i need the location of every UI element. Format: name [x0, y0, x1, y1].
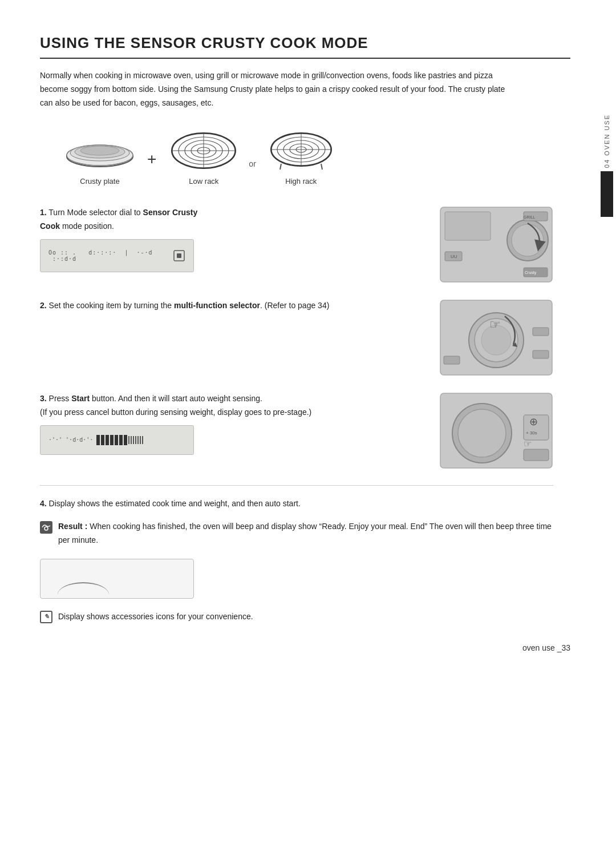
page-title: USING THE SENSOR CRUSTY COOK MODE — [40, 34, 570, 59]
step-2-text: 2. Set the cooking item by turning the m… — [40, 299, 425, 313]
step-3-image: ⊕ + 30s ☞ — [439, 392, 553, 469]
step-4-number: 4. Display shows the estimated cook time… — [40, 499, 301, 508]
result-icon — [40, 521, 52, 534]
svg-text:UU: UU — [451, 254, 457, 259]
svg-text:+ 30s: + 30s — [526, 430, 537, 435]
high-rack-icon — [264, 127, 338, 172]
svg-text:Crusty: Crusty — [525, 271, 537, 275]
steps-section: 1. Turn Mode selector dial to Sensor Cru… — [40, 206, 553, 623]
low-rack-item: Low rack — [167, 127, 241, 185]
divider — [40, 485, 553, 486]
seg-bar-8 — [128, 436, 129, 444]
seg-bars — [96, 435, 143, 445]
svg-line-23 — [321, 164, 322, 170]
seg-bar-11 — [135, 436, 136, 444]
page-container: 04 OVEN USE USING THE SENSOR CRUSTY COOK… — [0, 0, 616, 675]
step-2-image: ☞ — [439, 299, 553, 376]
svg-point-53 — [44, 527, 48, 530]
step-3-number: 3. Press Start button. And then it will … — [40, 394, 311, 417]
svg-rect-43 — [533, 328, 549, 336]
svg-rect-42 — [444, 356, 460, 364]
svg-text:☞: ☞ — [489, 317, 501, 332]
seg-bar-3 — [106, 435, 109, 445]
result-body: When cooking has finished, the oven will… — [58, 522, 552, 545]
step-3-control-panel: ⊕ + 30s ☞ — [439, 392, 553, 469]
display-icon-1 — [173, 249, 185, 262]
svg-text:☞: ☞ — [524, 439, 532, 449]
step-4-text: 4. Display shows the estimated cook time… — [40, 497, 553, 511]
footer-text: oven use _33 — [522, 643, 570, 652]
step-3-display: ·'·' '·d·d·'· — [40, 425, 194, 455]
note-text: Display shows accessories icons for your… — [58, 610, 253, 624]
seg-bar-9 — [131, 436, 132, 444]
step-3-text-col: 3. Press Start button. And then it will … — [40, 392, 425, 455]
seg-bar-7 — [124, 435, 127, 445]
svg-line-22 — [280, 164, 281, 170]
svg-rect-44 — [533, 350, 549, 358]
seg-bar-2 — [101, 435, 104, 445]
display-curve — [58, 582, 109, 595]
step-1-display: Oo :: . d:·:·:· | ·-·d :·:d·d — [40, 239, 194, 272]
note-icon-letter: ✎ — [44, 611, 49, 622]
crusty-plate-icon — [63, 127, 137, 172]
seg-bar-4 — [110, 435, 114, 445]
svg-text:GRILL: GRILL — [524, 215, 535, 219]
step-2-number: 2. Set the cooking item by turning the m… — [40, 301, 329, 310]
crusty-plate-item: Crusty plate — [63, 127, 137, 185]
diagram-row: Crusty plate + Low rack or — [40, 127, 570, 185]
result-row: Result : When cooking has finished, the … — [40, 520, 553, 547]
step-1-row: 1. Turn Mode selector dial to Sensor Cru… — [40, 206, 553, 283]
plus-sign: + — [147, 150, 156, 185]
step-1-image: UU GRILL Crusty — [439, 206, 553, 283]
step-3-row: 3. Press Start button. And then it will … — [40, 392, 553, 469]
seg-bar-14 — [142, 436, 143, 444]
step-1-number: 1. Turn Mode selector dial to Sensor Cru… — [40, 208, 197, 231]
seg-bar-5 — [115, 435, 118, 445]
page-footer: oven use _33 — [522, 643, 570, 652]
step-1-text: 1. Turn Mode selector dial to Sensor Cru… — [40, 206, 425, 233]
seg-bar-1 — [96, 435, 100, 445]
svg-rect-27 — [445, 212, 491, 240]
low-rack-label: Low rack — [189, 177, 218, 185]
display-box — [40, 559, 194, 599]
result-label: Result : — [58, 522, 87, 531]
result-text: Result : When cooking has finished, the … — [58, 520, 553, 547]
step-1-control-panel: UU GRILL Crusty — [439, 206, 553, 283]
note-row: ✎ Display shows accessories icons for yo… — [40, 610, 553, 624]
seg-bar-6 — [119, 435, 123, 445]
svg-rect-25 — [177, 253, 181, 258]
side-tab-bar — [601, 171, 613, 217]
high-rack-label: High rack — [285, 177, 317, 185]
sensing-text: ·'·' '·d·d·'· — [48, 437, 93, 443]
svg-point-47 — [458, 409, 506, 457]
seg-bar-10 — [133, 436, 134, 444]
svg-rect-52 — [524, 449, 549, 461]
intro-text: Normally when cooking in microwave oven,… — [40, 69, 508, 110]
low-rack-icon — [167, 127, 241, 172]
high-rack-item: High rack — [264, 127, 338, 185]
step-3-text: 3. Press Start button. And then it will … — [40, 392, 425, 420]
step-4-row: 4. Display shows the estimated cook time… — [40, 497, 553, 511]
note-icon: ✎ — [40, 611, 52, 623]
step-2-text-col: 2. Set the cooking item by turning the m… — [40, 299, 425, 313]
step-2-control-panel: ☞ — [439, 299, 553, 376]
side-tab-label: 04 OVEN USE — [603, 114, 610, 168]
seg-text-1: Oo :: . d:·:·:· | ·-·d :·:d·d — [48, 249, 166, 262]
side-tab: 04 OVEN USE — [598, 114, 616, 217]
svg-point-4 — [80, 146, 119, 155]
crusty-plate-label: Crusty plate — [80, 177, 119, 185]
or-sign: or — [249, 159, 256, 185]
step-2-row: 2. Set the cooking item by turning the m… — [40, 299, 553, 376]
seg-bar-12 — [137, 436, 139, 444]
result-svg-icon — [41, 523, 51, 531]
step-1-text-col: 1. Turn Mode selector dial to Sensor Cru… — [40, 206, 425, 272]
svg-text:⊕: ⊕ — [529, 416, 538, 427]
seg-bar-13 — [140, 436, 141, 444]
